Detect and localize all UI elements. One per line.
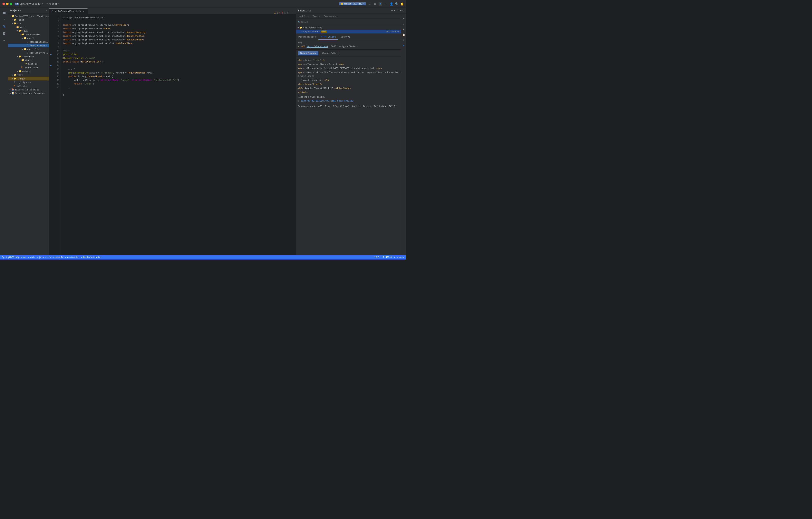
endpoints-maximize-icon[interactable]: □ — [403, 9, 404, 12]
project-dropdown[interactable]: ▾ — [20, 9, 21, 12]
tree-item-target[interactable]: ▶ 📁 target — [8, 77, 49, 81]
ep-icon-2[interactable]: ↕ — [401, 22, 406, 27]
tree-item-root[interactable]: ▼ 📁 SpringMVCStudy ~/Desktop/CS — [8, 14, 49, 18]
tree-item-main[interactable]: ▼ 📂 main — [8, 25, 49, 29]
resp-line-5: target resource. </p> — [298, 79, 404, 82]
tree-item-test[interactable]: ▶ 📁 test — [8, 73, 49, 77]
index-html-label: index.html — [25, 66, 38, 69]
minimize-button[interactable] — [6, 3, 8, 5]
svg-rect-5 — [3, 32, 5, 33]
project-settings-icon[interactable]: ⚙ — [46, 9, 47, 12]
search-titlebar-icon[interactable]: 🔍 — [395, 2, 398, 5]
endpoint-item-yyds-index[interactable]: ◦ ⊙ /yyds/index POST HelloController — [296, 30, 406, 33]
java-folder-icon: 📂 — [19, 29, 22, 32]
close-button[interactable] — [2, 3, 5, 5]
tree-item-main-init[interactable]: ▶ C MainInitializer — [8, 40, 49, 44]
notifications-icon[interactable]: 🔔 — [400, 2, 404, 5]
editor-panel: C HelloController.java ✕ ▲ 2 ✕ 1 ∧ ∨ ⋮ — [49, 8, 296, 260]
filter-type[interactable]: Type ▾ — [311, 14, 321, 18]
code-editor[interactable]: package com.example.controller; import o… — [60, 14, 296, 260]
tree-item-ext-libs[interactable]: ▶ 📚 External Libraries — [8, 88, 49, 91]
window-icon[interactable]: ⊞ — [379, 2, 382, 6]
sidebar-item-search[interactable] — [1, 23, 7, 30]
static-label: static — [25, 59, 33, 62]
resp-line-8: </html> — [298, 91, 404, 94]
ep-icon-5[interactable]: ⊙ — [401, 37, 406, 42]
webapp-label: webapp — [22, 70, 30, 73]
filter-module[interactable]: Module ▾ — [297, 14, 310, 18]
tree-item-webapp[interactable]: ▶ 📁 webapp — [8, 69, 49, 73]
tree-item-resources[interactable]: ▼ 📁 resources — [8, 55, 49, 58]
more-icon[interactable]: ⋯ — [384, 2, 387, 5]
project-dropdown-icon[interactable]: ▾ — [42, 2, 43, 5]
ep-icon-4[interactable]: 📋 — [401, 32, 406, 37]
tab-documentation[interactable]: Documentation — [296, 34, 318, 40]
editor-indicators: ▲ 2 ✕ 1 ∧ ∨ — [273, 11, 290, 14]
tab-http-client[interactable]: HTTP Client — [318, 34, 338, 40]
endpoints-search-input[interactable] — [301, 21, 404, 23]
editor-more-icon[interactable]: ⋮ — [290, 11, 296, 14]
editor-tab-hello-controller[interactable]: C HelloController.java ✕ — [49, 8, 88, 14]
sidebar-item-folder[interactable] — [1, 9, 7, 16]
src-label: src — [17, 22, 22, 25]
tree-item-config[interactable]: ▼ 📁 config — [8, 36, 49, 40]
tree-item-gitignore[interactable]: ▶ ⊙ .gitignore — [8, 81, 49, 84]
tab-openapi[interactable]: OpenAPI — [338, 34, 352, 40]
submit-request-button[interactable]: Submit Request — [298, 51, 318, 55]
status-bar: SpringMVCStudy > src > main > java > com… — [0, 255, 406, 260]
endpoints-right-icons: ⊞ ≡ ⋮ — □ — [392, 9, 404, 12]
ep-icon-3[interactable]: ≡ — [401, 27, 406, 32]
resp-file-link[interactable]: 2024-06-02T161619.405.html — [300, 100, 336, 102]
tree-item-static[interactable]: ▼ 📁 static — [8, 58, 49, 62]
idea-label: .idea — [17, 19, 24, 21]
endpoints-close-icon[interactable]: — — [400, 9, 402, 12]
maximize-button[interactable] — [10, 3, 12, 5]
sidebar-item-structure[interactable] — [1, 30, 7, 37]
settings-icon[interactable]: ⚙ — [373, 2, 377, 5]
tree-item-java[interactable]: ▼ 📂 java — [8, 29, 49, 33]
filter-icon[interactable]: ≡ — [394, 9, 396, 12]
open-in-editor-button[interactable]: Open in Editor — [320, 51, 339, 55]
user-icon[interactable]: 👤 — [390, 2, 393, 5]
sidebar-item-commit[interactable] — [1, 16, 7, 23]
controller-arrow-icon: ▼ — [21, 48, 24, 51]
endpoint-group-springmvc[interactable]: ▼ 📁 SpringMVCStudy — [296, 26, 406, 30]
tab-close-icon[interactable]: ✕ — [82, 10, 85, 13]
target-folder-icon: 📁 — [14, 77, 17, 80]
tree-item-controller[interactable]: ▼ 📁 controller — [8, 48, 49, 51]
http-url-host[interactable]: http://localhost — [307, 45, 328, 48]
tree-item-web-config[interactable]: ▶ C WebConfigura — [8, 44, 49, 48]
ep-icon-6[interactable]: ⊕ — [401, 43, 406, 48]
tree-item-pom[interactable]: ▶ M pom.xml — [8, 84, 49, 88]
ext-libs-arrow: ▶ — [9, 88, 11, 91]
sidebar-item-more[interactable]: ⋯ — [1, 37, 7, 44]
idea-arrow-icon: ▶ — [11, 19, 14, 21]
plugin-icon[interactable]: G — [368, 2, 371, 5]
tree-item-src[interactable]: ▼ 📂 src — [8, 22, 49, 25]
nav-up-icon[interactable]: ∧ — [284, 11, 286, 14]
example-label: com.example — [25, 33, 39, 36]
tomcat-badge[interactable]: 🐱 Tomcat 10.1.232 ▾ — [339, 2, 366, 5]
ep-icon-1[interactable]: ≡ — [401, 16, 406, 21]
run-gutter-14[interactable]: ▶ — [49, 64, 53, 67]
filter-framework[interactable]: Framework ▾ — [322, 14, 339, 18]
tree-item-scratches[interactable]: ▶ 📝 Scratches and Consoles — [8, 91, 49, 95]
endpoints-more-icon[interactable]: ⋮ — [397, 9, 399, 12]
tree-item-test-js[interactable]: ▶ JS test.js — [8, 62, 49, 66]
tomcat-dropdown-icon[interactable]: ▾ — [363, 3, 364, 5]
tree-item-idea[interactable]: ▶ 📁 .idea — [8, 18, 49, 22]
tree-item-com-example[interactable]: ▼ 📁 com.example — [8, 33, 49, 36]
resp-desc-open: <p> — [298, 71, 302, 74]
nav-down-icon[interactable]: ∨ — [287, 11, 288, 14]
status-bar-right: 20:1 LF UTF-8 4 spaces — [375, 256, 404, 258]
tree-item-hello-controller[interactable]: ▶ C HelloControll — [8, 51, 49, 55]
tree-item-index-html[interactable]: ▶ H index.html — [8, 66, 49, 69]
http-run-button[interactable]: ▶ — [298, 45, 299, 48]
show-preview-button[interactable]: Show Preview — [337, 100, 353, 102]
project-label[interactable]: SM SpringMVCStudy ▾ — [15, 2, 43, 5]
search-ep-icon: 🔍 — [297, 21, 300, 23]
branch-dropdown-icon[interactable]: ▾ — [58, 2, 60, 5]
run-gutter-11[interactable]: ▶ — [49, 53, 53, 56]
branch-label[interactable]: ⑂ master ▾ — [46, 2, 60, 5]
expand-icon[interactable]: ⊞ — [392, 9, 393, 12]
